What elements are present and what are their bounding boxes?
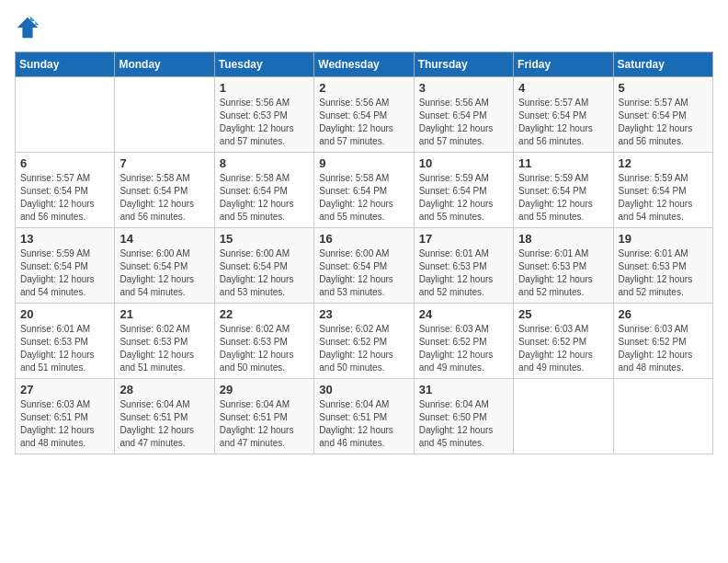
day-number: 1 xyxy=(220,81,309,95)
day-number: 14 xyxy=(119,232,209,246)
day-number: 25 xyxy=(518,307,608,321)
day-info: Sunrise: 6:02 AM Sunset: 6:53 PM Dayligh… xyxy=(119,323,209,374)
calendar-cell: 1Sunrise: 5:56 AM Sunset: 6:53 PM Daylig… xyxy=(214,77,313,153)
calendar-week-row: 13Sunrise: 5:59 AM Sunset: 6:54 PM Dayli… xyxy=(16,228,713,304)
calendar-cell: 21Sunrise: 6:02 AM Sunset: 6:53 PM Dayli… xyxy=(115,304,214,379)
calendar-cell xyxy=(16,77,115,153)
day-number: 16 xyxy=(319,232,408,246)
calendar-week-row: 1Sunrise: 5:56 AM Sunset: 6:53 PM Daylig… xyxy=(16,77,713,153)
day-number: 24 xyxy=(419,307,508,321)
weekday-header-wednesday: Wednesday xyxy=(314,52,414,77)
day-number: 27 xyxy=(20,383,109,396)
day-info: Sunrise: 5:56 AM Sunset: 6:53 PM Dayligh… xyxy=(220,97,309,148)
day-number: 4 xyxy=(518,81,608,95)
day-number: 26 xyxy=(619,307,708,321)
calendar-cell: 30Sunrise: 6:04 AM Sunset: 6:51 PM Dayli… xyxy=(314,379,414,454)
day-info: Sunrise: 6:02 AM Sunset: 6:53 PM Dayligh… xyxy=(220,323,309,374)
day-number: 2 xyxy=(319,81,408,95)
day-info: Sunrise: 5:59 AM Sunset: 6:54 PM Dayligh… xyxy=(518,172,608,224)
day-info: Sunrise: 5:58 AM Sunset: 6:54 PM Dayligh… xyxy=(220,172,309,224)
weekday-header-saturday: Saturday xyxy=(613,52,712,77)
calendar-cell: 4Sunrise: 5:57 AM Sunset: 6:54 PM Daylig… xyxy=(514,77,613,153)
day-number: 22 xyxy=(220,307,309,321)
day-info: Sunrise: 5:59 AM Sunset: 6:54 PM Dayligh… xyxy=(619,172,708,224)
calendar-cell: 29Sunrise: 6:04 AM Sunset: 6:51 PM Dayli… xyxy=(214,379,313,454)
calendar-cell: 28Sunrise: 6:04 AM Sunset: 6:51 PM Dayli… xyxy=(115,379,214,454)
logo xyxy=(15,15,44,40)
day-info: Sunrise: 6:01 AM Sunset: 6:53 PM Dayligh… xyxy=(419,247,508,299)
day-info: Sunrise: 6:04 AM Sunset: 6:50 PM Dayligh… xyxy=(419,398,508,450)
day-number: 8 xyxy=(220,156,309,170)
day-number: 23 xyxy=(319,307,408,321)
calendar-week-row: 20Sunrise: 6:01 AM Sunset: 6:53 PM Dayli… xyxy=(16,304,713,379)
calendar-cell: 12Sunrise: 5:59 AM Sunset: 6:54 PM Dayli… xyxy=(613,153,712,228)
day-info: Sunrise: 5:56 AM Sunset: 6:54 PM Dayligh… xyxy=(319,97,408,148)
calendar-cell: 8Sunrise: 5:58 AM Sunset: 6:54 PM Daylig… xyxy=(214,153,313,228)
day-number: 15 xyxy=(220,232,309,246)
day-number: 28 xyxy=(119,383,209,396)
weekday-header-thursday: Thursday xyxy=(414,52,513,77)
day-info: Sunrise: 6:02 AM Sunset: 6:52 PM Dayligh… xyxy=(319,323,408,374)
calendar-cell: 25Sunrise: 6:03 AM Sunset: 6:52 PM Dayli… xyxy=(514,304,613,379)
day-number: 18 xyxy=(518,232,608,246)
day-info: Sunrise: 6:03 AM Sunset: 6:51 PM Dayligh… xyxy=(20,398,109,450)
day-info: Sunrise: 5:57 AM Sunset: 6:54 PM Dayligh… xyxy=(20,172,109,224)
day-info: Sunrise: 5:58 AM Sunset: 6:54 PM Dayligh… xyxy=(119,172,209,224)
day-number: 10 xyxy=(419,156,508,170)
calendar-table: SundayMondayTuesdayWednesdayThursdayFrid… xyxy=(15,52,713,454)
day-number: 9 xyxy=(319,156,408,170)
day-info: Sunrise: 6:01 AM Sunset: 6:53 PM Dayligh… xyxy=(518,247,608,299)
calendar-cell: 26Sunrise: 6:03 AM Sunset: 6:52 PM Dayli… xyxy=(613,304,712,379)
day-info: Sunrise: 5:57 AM Sunset: 6:54 PM Dayligh… xyxy=(518,97,608,148)
calendar-cell: 20Sunrise: 6:01 AM Sunset: 6:53 PM Dayli… xyxy=(16,304,115,379)
calendar-cell xyxy=(514,379,613,454)
day-number: 20 xyxy=(20,307,109,321)
weekday-header-sunday: Sunday xyxy=(16,52,115,77)
day-number: 30 xyxy=(319,383,408,396)
calendar-cell xyxy=(115,77,214,153)
day-info: Sunrise: 6:01 AM Sunset: 6:53 PM Dayligh… xyxy=(619,247,708,299)
page-header xyxy=(15,15,713,40)
calendar-cell: 31Sunrise: 6:04 AM Sunset: 6:50 PM Dayli… xyxy=(414,379,513,454)
weekday-header-row: SundayMondayTuesdayWednesdayThursdayFrid… xyxy=(16,52,713,77)
day-info: Sunrise: 5:58 AM Sunset: 6:54 PM Dayligh… xyxy=(319,172,408,224)
day-number: 13 xyxy=(20,232,109,246)
day-number: 11 xyxy=(518,156,608,170)
day-number: 5 xyxy=(619,81,708,95)
day-number: 29 xyxy=(220,383,309,396)
day-info: Sunrise: 6:03 AM Sunset: 6:52 PM Dayligh… xyxy=(518,323,608,374)
day-info: Sunrise: 6:04 AM Sunset: 6:51 PM Dayligh… xyxy=(220,398,309,450)
calendar-cell: 7Sunrise: 5:58 AM Sunset: 6:54 PM Daylig… xyxy=(115,153,214,228)
day-info: Sunrise: 6:04 AM Sunset: 6:51 PM Dayligh… xyxy=(319,398,408,450)
day-info: Sunrise: 6:04 AM Sunset: 6:51 PM Dayligh… xyxy=(119,398,209,450)
calendar-cell: 23Sunrise: 6:02 AM Sunset: 6:52 PM Dayli… xyxy=(314,304,414,379)
calendar-cell: 16Sunrise: 6:00 AM Sunset: 6:54 PM Dayli… xyxy=(314,228,414,304)
weekday-header-monday: Monday xyxy=(115,52,214,77)
svg-marker-0 xyxy=(17,17,38,38)
calendar-cell: 27Sunrise: 6:03 AM Sunset: 6:51 PM Dayli… xyxy=(16,379,115,454)
day-info: Sunrise: 6:03 AM Sunset: 6:52 PM Dayligh… xyxy=(619,323,708,374)
day-info: Sunrise: 5:57 AM Sunset: 6:54 PM Dayligh… xyxy=(619,97,708,148)
calendar-cell: 22Sunrise: 6:02 AM Sunset: 6:53 PM Dayli… xyxy=(214,304,313,379)
calendar-cell: 10Sunrise: 5:59 AM Sunset: 6:54 PM Dayli… xyxy=(414,153,513,228)
calendar-cell: 18Sunrise: 6:01 AM Sunset: 6:53 PM Dayli… xyxy=(514,228,613,304)
calendar-week-row: 6Sunrise: 5:57 AM Sunset: 6:54 PM Daylig… xyxy=(16,153,713,228)
day-number: 21 xyxy=(119,307,209,321)
calendar-cell: 14Sunrise: 6:00 AM Sunset: 6:54 PM Dayli… xyxy=(115,228,214,304)
calendar-week-row: 27Sunrise: 6:03 AM Sunset: 6:51 PM Dayli… xyxy=(16,379,713,454)
calendar-cell: 13Sunrise: 5:59 AM Sunset: 6:54 PM Dayli… xyxy=(16,228,115,304)
calendar-cell: 9Sunrise: 5:58 AM Sunset: 6:54 PM Daylig… xyxy=(314,153,414,228)
calendar-cell: 15Sunrise: 6:00 AM Sunset: 6:54 PM Dayli… xyxy=(214,228,313,304)
calendar-cell: 24Sunrise: 6:03 AM Sunset: 6:52 PM Dayli… xyxy=(414,304,513,379)
calendar-cell: 3Sunrise: 5:56 AM Sunset: 6:54 PM Daylig… xyxy=(414,77,513,153)
day-info: Sunrise: 6:00 AM Sunset: 6:54 PM Dayligh… xyxy=(319,247,408,299)
day-number: 17 xyxy=(419,232,508,246)
logo-icon xyxy=(15,15,40,40)
day-info: Sunrise: 6:03 AM Sunset: 6:52 PM Dayligh… xyxy=(419,323,508,374)
calendar-cell: 11Sunrise: 5:59 AM Sunset: 6:54 PM Dayli… xyxy=(514,153,613,228)
day-number: 6 xyxy=(20,156,109,170)
day-number: 12 xyxy=(619,156,708,170)
day-number: 31 xyxy=(419,383,508,396)
day-info: Sunrise: 5:59 AM Sunset: 6:54 PM Dayligh… xyxy=(419,172,508,224)
calendar-cell xyxy=(613,379,712,454)
